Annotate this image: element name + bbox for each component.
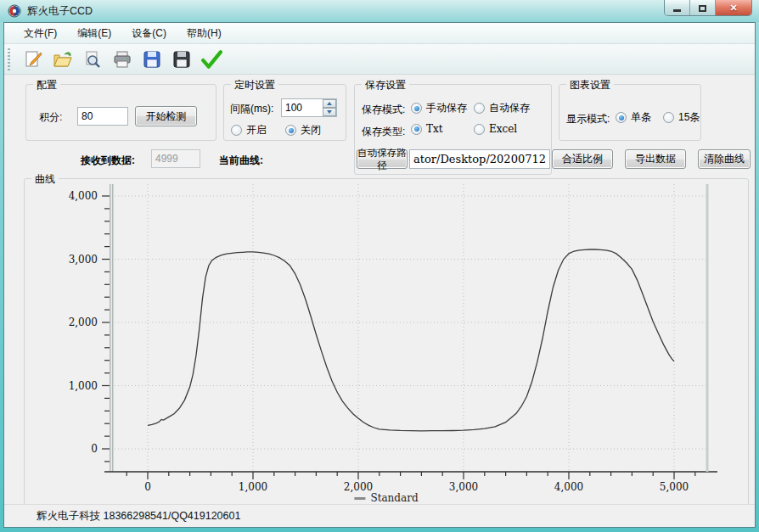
timer-off-radio[interactable]: 关闭	[285, 123, 321, 137]
status-bar: 辉火电子科技 18366298541/QQ419120601	[4, 504, 755, 527]
x-tick-label: 1,000	[239, 481, 267, 493]
spinner-down-button[interactable]	[323, 108, 336, 116]
timer-on-radio[interactable]: 开启	[231, 123, 267, 137]
save-floppy-icon	[142, 49, 162, 70]
confirm-button[interactable]	[200, 48, 223, 71]
timer-off-label: 关闭	[301, 123, 321, 137]
title-bar[interactable]: 辉火电子CCD ✕	[0, 0, 759, 22]
minimize-icon	[673, 9, 681, 12]
single-curve-label: 单条	[631, 110, 651, 125]
print-preview-button[interactable]	[81, 48, 104, 71]
toolbar	[4, 44, 755, 75]
x-tick-label: 4,000	[554, 481, 583, 493]
radio-circle	[616, 112, 627, 123]
maximize-button[interactable]	[690, 0, 716, 16]
spinner-up-button[interactable]	[323, 99, 336, 108]
application-window: 辉火电子CCD ✕ 文件(F) 编辑(E) 设备(C) 帮助(H)	[0, 0, 759, 532]
fit-scale-button[interactable]: 合适比例	[552, 149, 613, 169]
menu-device[interactable]: 设备(C)	[122, 23, 176, 44]
menu-file[interactable]: 文件(F)	[14, 23, 66, 44]
save-as-floppy-icon	[171, 49, 192, 70]
printer-icon	[112, 49, 132, 70]
save-group: 保存设置 保存模式: 手动保存 自动保存 保存类型: Txt Excel 自动保…	[354, 84, 552, 175]
received-data-value	[151, 149, 200, 168]
radio-circle	[411, 103, 422, 114]
print-button[interactable]	[110, 48, 134, 71]
integral-label: 积分:	[39, 110, 62, 125]
minimize-button[interactable]	[665, 0, 690, 16]
print-preview-icon	[82, 49, 103, 70]
open-folder-icon	[53, 49, 73, 70]
single-curve-radio[interactable]: 单条	[616, 110, 651, 125]
auto-save-path-button[interactable]: 自动保存路径	[357, 149, 408, 169]
save-mode-label: 保存模式:	[362, 103, 405, 117]
radio-circle	[474, 124, 485, 135]
manual-save-radio[interactable]: 手动保存	[411, 101, 467, 115]
auto-save-path-input[interactable]	[409, 149, 550, 169]
auto-save-label: 自动保存	[489, 101, 530, 115]
close-button[interactable]: ✕	[716, 0, 751, 16]
clear-curve-button[interactable]: 清除曲线	[698, 149, 751, 169]
save-group-title: 保存设置	[362, 78, 409, 92]
start-detect-button[interactable]: 开始检测	[135, 106, 197, 126]
interval-label: 间隔(ms):	[230, 102, 273, 116]
arrow-down-icon	[327, 110, 332, 114]
menu-help[interactable]: 帮助(H)	[177, 23, 231, 44]
multi-curve-radio[interactable]: 15条	[663, 110, 700, 125]
y-tick-label: 1,000	[69, 380, 98, 392]
save-button[interactable]	[140, 48, 164, 71]
toolbar-gripper[interactable]	[8, 48, 10, 70]
radio-circle	[474, 103, 485, 114]
x-tick-label: 3,000	[449, 481, 478, 493]
close-icon: ✕	[729, 3, 737, 14]
radio-circle	[231, 125, 242, 136]
timer-on-label: 开启	[246, 123, 267, 137]
caption-buttons: ✕	[664, 0, 752, 16]
interval-spinner	[323, 99, 336, 116]
axis-ticks	[102, 196, 695, 479]
multi-curve-label: 15条	[678, 110, 700, 125]
axis-tick-labels: 01,0002,0003,0004,00001,0002,0003,0004,0…	[69, 190, 689, 493]
legend-series-name: Standard	[370, 492, 418, 504]
chart-settings-title: 图表设置	[566, 78, 614, 92]
config-group-title: 配置	[33, 78, 60, 92]
config-group: 配置 积分: 开始检测	[25, 84, 216, 141]
window-title: 辉火电子CCD	[27, 4, 93, 19]
timer-group-title: 定时设置	[231, 78, 278, 92]
check-icon	[200, 48, 222, 70]
txt-type-label: Txt	[426, 123, 443, 135]
auto-save-radio[interactable]: 自动保存	[474, 101, 530, 115]
y-tick-label: 0	[91, 443, 98, 455]
radio-circle	[663, 112, 674, 123]
chart-settings-group: 图表设置 显示模式: 单条 15条	[559, 84, 701, 141]
menu-bar: 文件(F) 编辑(E) 设备(C) 帮助(H)	[4, 23, 755, 44]
txt-type-radio[interactable]: Txt	[411, 123, 443, 135]
x-tick-label: 0	[144, 481, 151, 493]
legend-dash-icon	[354, 497, 365, 500]
menu-edit[interactable]: 编辑(E)	[68, 23, 121, 44]
excel-type-label: Excel	[489, 123, 517, 135]
save-type-label: 保存类型:	[362, 125, 405, 139]
x-tick-label: 2,000	[344, 481, 373, 493]
export-data-button[interactable]: 导出数据	[625, 149, 686, 169]
new-document-icon	[23, 49, 43, 70]
excel-type-radio[interactable]: Excel	[474, 123, 517, 135]
radio-circle	[411, 124, 422, 135]
series-curve-standard	[148, 249, 674, 431]
curve-chart-svg[interactable]: 01,0002,0003,0004,00001,0002,0003,0004,0…	[25, 179, 748, 507]
status-text: 辉火电子科技 18366298541/QQ419120601	[37, 509, 240, 524]
maximize-icon	[699, 5, 706, 12]
arrow-up-icon	[327, 102, 332, 105]
timer-group: 定时设置 间隔(ms): 开启 关闭	[223, 84, 346, 141]
display-mode-label: 显示模式:	[566, 112, 610, 126]
current-curve-label: 当前曲线:	[219, 154, 263, 168]
gridlines	[115, 184, 707, 471]
open-file-button[interactable]	[51, 48, 75, 71]
integral-input[interactable]	[77, 107, 128, 126]
y-tick-label: 2,000	[69, 316, 98, 328]
app-icon	[8, 4, 21, 18]
save-as-button[interactable]	[170, 48, 194, 71]
y-tick-label: 3,000	[69, 254, 98, 266]
received-data-label: 接收到数据:	[81, 154, 135, 168]
new-document-button[interactable]	[21, 48, 45, 71]
